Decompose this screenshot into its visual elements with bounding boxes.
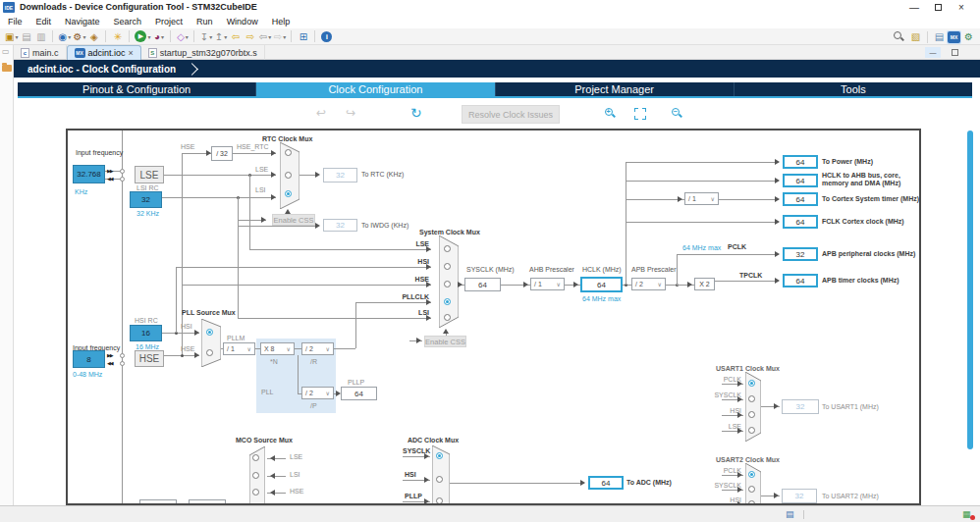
close-tab-icon[interactable]: × [129, 48, 134, 58]
target-button[interactable]: ◉▾ [58, 29, 71, 44]
codegen-button[interactable]: ◇▾ [176, 29, 189, 44]
ahb-prescaler-dropdown[interactable]: / 1∨ [530, 278, 565, 290]
usart2-mux-radio-pclk[interactable] [748, 471, 755, 478]
cpp-perspective-button[interactable]: ▤ [933, 29, 946, 44]
sys-enable-css-button[interactable]: Enable CSS [424, 336, 466, 347]
adc-clock-box[interactable]: 64 [588, 476, 624, 490]
apb-timer-box[interactable]: 64 [783, 274, 818, 287]
pllp-value-box[interactable]: 64 [341, 387, 377, 400]
usart1-mux-radio-hsi[interactable] [748, 411, 755, 418]
pllm-dropdown[interactable]: / 1∨ [223, 342, 255, 355]
back-button[interactable]: ⇦▾ [258, 29, 271, 44]
project-explorer-icon[interactable] [2, 65, 12, 72]
lse-frequency-input[interactable]: 32.768 [73, 165, 105, 183]
save-all-button[interactable]: ▥ [34, 29, 47, 44]
build-all-button[interactable]: ◈ [87, 29, 100, 44]
plln-dropdown[interactable]: X 8∨ [260, 342, 295, 355]
pll-mux-radio-hsi[interactable] [206, 329, 213, 336]
menu-file[interactable]: File [8, 17, 23, 26]
export-button[interactable]: ↥▾ [214, 29, 227, 44]
power-clock-box[interactable]: 64 [783, 155, 818, 169]
cortex-timer-box[interactable]: 64 [783, 192, 818, 206]
breadcrumb-label[interactable]: adcint.ioc - Clock Configuration [27, 64, 176, 75]
lsi-frequency-box[interactable]: 32 [130, 191, 162, 208]
resolve-clock-issues-button[interactable]: Resolve Clock Issues [462, 105, 560, 124]
vertical-scrollbar[interactable] [967, 130, 973, 449]
usart1-mux-radio-pclk[interactable] [748, 380, 755, 387]
rtc-mux-radio-hse[interactable] [285, 149, 292, 156]
apb-peripheral-box[interactable]: 32 [783, 247, 818, 261]
close-button[interactable]: × [951, 1, 972, 14]
minimize-view-button[interactable]: — [925, 47, 941, 58]
last-edit-forward-button[interactable]: ⇨ [244, 29, 256, 44]
adc-mux-radio-pllp[interactable] [436, 497, 443, 504]
menu-window[interactable]: Window [227, 17, 258, 26]
zoom-in-button[interactable]: + [604, 107, 617, 120]
info-button[interactable]: i [320, 29, 333, 44]
maximize-button[interactable] [927, 1, 949, 14]
menu-search[interactable]: Search [114, 17, 142, 26]
rtc-enable-css-button[interactable]: Enable CSS [272, 214, 315, 226]
debug-config-button[interactable]: ✳ [111, 29, 124, 44]
sys-mux-radio-hse[interactable] [444, 281, 451, 287]
tab-tools[interactable]: Tools [735, 82, 972, 96]
clock-diagram-canvas[interactable]: Input frequency 32.768 KHz ▶▶ ◀◀ LSE LSI… [66, 129, 921, 505]
fclk-box[interactable]: 64 [783, 215, 818, 229]
usart1-mux-radio-lse[interactable] [748, 427, 755, 434]
mco-mux-radio-lsi[interactable] [252, 472, 259, 479]
tab-pinout-configuration[interactable]: Pinout & Configuration [18, 82, 256, 96]
zoom-out-button[interactable]: − [671, 107, 683, 120]
hse-frequency-input[interactable]: 8 [73, 350, 105, 368]
pll-mux-radio-hse[interactable] [206, 349, 213, 356]
search-button[interactable] [893, 30, 905, 43]
pllp-dropdown[interactable]: / 2∨ [301, 387, 334, 399]
menu-project[interactable]: Project [155, 17, 183, 26]
hsi-frequency-box[interactable]: 16 [130, 325, 162, 341]
tab-clock-configuration[interactable]: Clock Configuration [256, 82, 495, 96]
mco-mux-radio-lse[interactable] [252, 454, 259, 461]
maximize-view-button[interactable] [947, 47, 962, 58]
sys-mux-radio-hsi[interactable] [444, 263, 451, 270]
rtc-mux-radio-lse[interactable] [285, 172, 292, 179]
menu-navigate[interactable]: Navigate [65, 17, 100, 26]
redo-button[interactable]: ↪ [346, 106, 355, 120]
adc-mux-radio-hsi[interactable] [436, 476, 443, 483]
mx-perspective-button[interactable]: MX [947, 30, 961, 44]
forward-button[interactable]: ⇨▾ [273, 29, 286, 44]
pllr-dropdown[interactable]: / 2∨ [301, 342, 334, 355]
mco-mux-radio-hse[interactable] [252, 489, 259, 496]
menu-run[interactable]: Run [196, 17, 213, 26]
status-console-icon[interactable]: ▤ [786, 509, 794, 519]
profile-button[interactable]: ◕▾ [152, 29, 165, 44]
last-edit-back-button[interactable]: ⇦ [229, 29, 242, 44]
sys-mux-radio-lsi[interactable] [444, 314, 451, 321]
new-button[interactable]: ▣▾ [5, 29, 18, 44]
menu-edit[interactable]: Edit [36, 17, 52, 26]
minimize-button[interactable]: — [903, 1, 925, 14]
tab-main-c[interactable]: c main.c [14, 45, 67, 60]
adc-mux-radio-sysclk[interactable] [436, 452, 443, 459]
sys-mux-radio-pllclk[interactable] [444, 298, 451, 305]
save-button[interactable]: ▤ [20, 29, 32, 44]
import-button[interactable]: ↧▾ [199, 29, 212, 44]
run-button[interactable]: ▶▾ [135, 29, 150, 44]
build-button[interactable]: ⚙▾ [73, 29, 85, 44]
usart2-mux-radio-sysclk[interactable] [748, 486, 755, 493]
hclk-ahb-box[interactable]: 64 [783, 174, 818, 187]
zoom-fit-button[interactable] [634, 108, 646, 120]
tab-startup-s[interactable]: S startup_stm32g070rbtx.s [141, 45, 265, 60]
open-console-button[interactable]: ⊞ [297, 29, 309, 44]
usart1-mux-radio-sysclk[interactable] [748, 395, 755, 402]
rtc-mux-radio-lsi[interactable] [285, 190, 292, 197]
sys-mux-radio-lse[interactable] [444, 245, 451, 252]
cortex-divider-dropdown[interactable]: / 1∨ [684, 192, 719, 205]
undo-button[interactable]: ↩ [316, 106, 326, 120]
debug-perspective-button[interactable]: ⚙ [962, 29, 975, 44]
tab-project-manager[interactable]: Project Manager [496, 82, 735, 96]
apb-prescaler-dropdown[interactable]: / 2∨ [631, 278, 666, 290]
reset-button[interactable]: ↻ [410, 105, 422, 121]
restore-view-icon[interactable]: ▭ [2, 47, 10, 56]
open-perspective-button[interactable]: ▧ [909, 29, 922, 44]
menu-help[interactable]: Help [272, 17, 291, 26]
hclk-value-box[interactable]: 64 [580, 277, 623, 292]
